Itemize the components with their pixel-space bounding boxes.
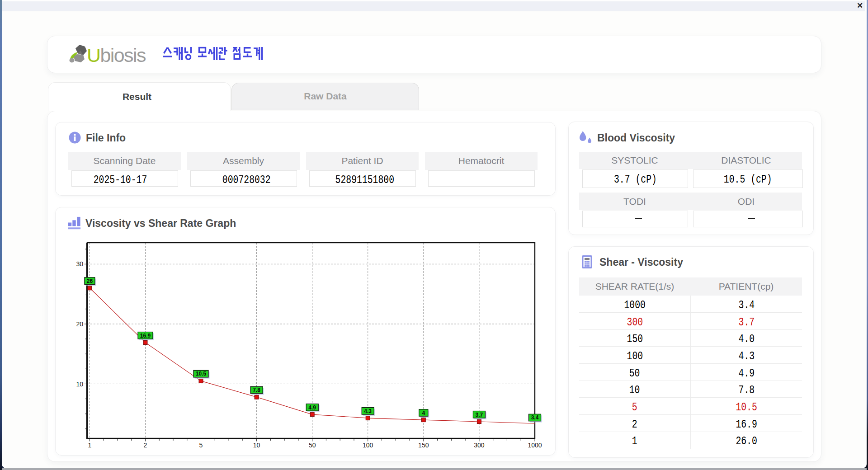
svg-text:Ubiosis: Ubiosis xyxy=(87,44,146,66)
svg-text:4.3: 4.3 xyxy=(364,408,372,414)
svg-text:5: 5 xyxy=(199,442,203,449)
svg-text:26: 26 xyxy=(87,278,93,284)
svg-text:3.7: 3.7 xyxy=(476,412,483,418)
svg-text:20: 20 xyxy=(76,320,83,328)
svg-text:100: 100 xyxy=(363,442,373,449)
svg-text:16.9: 16.9 xyxy=(140,333,151,339)
svg-text:1000: 1000 xyxy=(528,442,542,449)
svg-text:300: 300 xyxy=(474,442,485,449)
svg-text:10: 10 xyxy=(76,381,83,388)
svg-text:4: 4 xyxy=(422,410,425,416)
svg-text:7.8: 7.8 xyxy=(253,387,260,393)
svg-text:4.9: 4.9 xyxy=(308,404,316,411)
svg-text:50: 50 xyxy=(309,442,316,449)
svg-text:10.5: 10.5 xyxy=(196,371,207,377)
svg-text:150: 150 xyxy=(418,442,429,449)
svg-text:1: 1 xyxy=(88,442,92,449)
svg-text:3.4: 3.4 xyxy=(531,414,539,421)
svg-text:30: 30 xyxy=(76,260,83,268)
svg-text:10: 10 xyxy=(253,442,260,449)
svg-text:2: 2 xyxy=(144,442,147,449)
